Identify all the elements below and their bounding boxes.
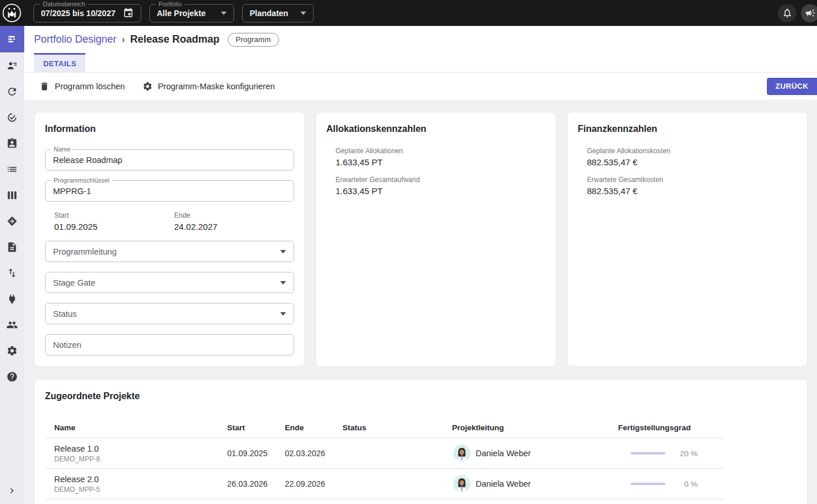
delete-program-button[interactable]: Programm löschen [39, 81, 125, 92]
project-lead-name: Daniela Weber [476, 449, 531, 458]
project-name[interactable]: Release 2.0 [54, 475, 227, 484]
name-field-value: Release Roadmap [53, 156, 122, 165]
project-key: DEMO_MPP-8 [54, 455, 227, 463]
tab-details[interactable]: DETAILS [34, 53, 85, 72]
metric-planned-allocation-costs: Geplante Allokationskosten 882.535,47 € [587, 147, 797, 167]
notes-placeholder: Notizen [53, 340, 286, 350]
content-area: Information Name Release Roadmap Program… [24, 100, 817, 504]
date-range-value: 07/2025 bis 10/2027 [41, 9, 118, 18]
metric-value: 1.633,45 PT [336, 186, 545, 196]
sidebar-item-reports[interactable] [0, 234, 24, 260]
sidebar-item-sync[interactable] [0, 78, 24, 104]
program-lead-select[interactable]: Programmleitung [45, 241, 294, 262]
stage-gate-placeholder: Stage Gate [53, 278, 280, 287]
sidebar-item-users[interactable] [0, 312, 24, 338]
progress-percent: 20 % [672, 449, 698, 458]
progress-bar [631, 452, 665, 454]
project-start: 26.03.2026 [227, 479, 285, 488]
avatar [453, 445, 470, 462]
sidebar-item-resource-assignment[interactable] [0, 52, 24, 78]
assigned-projects-card: Zugeordnete Projekte Name Start Ende Sta… [34, 379, 808, 504]
chevron-down-icon [280, 250, 286, 253]
metric-label: Geplante Allokationskosten [587, 147, 797, 155]
chevron-down-icon [221, 12, 227, 15]
name-field-label: Name [51, 146, 73, 153]
project-key: DEMO_MPP-5 [54, 486, 227, 494]
breadcrumb-separator-icon: › [122, 34, 125, 46]
date-range-field[interactable]: Datumsbereich 07/2025 bis 10/2027 [33, 4, 141, 22]
avatar [453, 475, 470, 492]
report-document-icon [6, 241, 18, 253]
tab-bar: DETAILS [24, 53, 817, 72]
status-select[interactable]: Status [45, 303, 294, 324]
metric-planned-allocations: Geplante Allokationen 1.633,45 PT [336, 147, 545, 167]
information-card: Information Name Release Roadmap Program… [34, 112, 305, 367]
breadcrumb-portfolio-designer[interactable]: Portfolio Designer [34, 33, 116, 46]
name-field[interactable]: Name Release Roadmap [45, 149, 294, 170]
program-dates: Start 01.09.2025 Ende 24.02.2027 [45, 211, 294, 232]
project-name[interactable]: Release 1.0 [54, 444, 227, 453]
sidebar-item-badge[interactable] [0, 130, 24, 156]
metric-label: Erwarteter Gesamtaufwand [336, 176, 545, 184]
page-title: Release Roadmap [130, 33, 220, 46]
sidebar-item-import-export[interactable] [0, 260, 24, 286]
information-card-title: Information [45, 124, 294, 134]
trash-icon [39, 81, 50, 92]
projects-table: Name Start Ende Status Projektleitung Fe… [45, 418, 724, 499]
program-key-field[interactable]: Programmschlüssel MPPRG-1 [45, 180, 294, 202]
portfolio-value: Alle Projekte [157, 9, 216, 18]
sidebar-item-portfolio-designer[interactable] [0, 26, 24, 52]
sidebar-item-board[interactable] [0, 182, 24, 208]
project-end: 22.09.2026 [285, 479, 342, 488]
metric-label: Erwartete Gesamtkosten [587, 176, 797, 184]
top-app-bar: Datumsbereich 07/2025 bis 10/2027 Portfo… [0, 0, 817, 26]
sidebar-item-integrations[interactable] [0, 286, 24, 312]
back-button[interactable]: ZURÜCK [767, 78, 817, 95]
goals-target-check-icon [6, 112, 18, 123]
plan-data-value: Plandaten [250, 9, 296, 18]
plan-data-select[interactable]: Plandaten [242, 4, 314, 22]
sidebar-item-goals[interactable] [0, 104, 24, 130]
program-key-value: MPPRG-1 [53, 187, 91, 196]
table-row-release-2[interactable]: Release 2.0 DEMO_MPP-5 26.03.2026 22.09.… [45, 469, 724, 499]
metric-value: 882.535,47 € [587, 157, 797, 167]
settings-gear-icon [6, 345, 18, 357]
finance-metrics-card: Finanzkennzahlen Geplante Allokationskos… [567, 112, 808, 367]
portfolio-select[interactable]: Portfolio Alle Projekte [149, 4, 234, 22]
left-navigation-rail [0, 26, 24, 504]
end-value: 24.02.2027 [174, 222, 294, 232]
end-label: Ende [174, 211, 294, 219]
sidebar-expand-button[interactable] [0, 481, 24, 501]
program-type-badge: Programm [228, 33, 279, 47]
metric-expected-total-costs: Erwartete Gesamtkosten 882.535,47 € [587, 176, 797, 196]
metric-value: 882.535,47 € [587, 186, 797, 196]
meisterplan-logo-icon[interactable] [2, 3, 22, 23]
notes-field[interactable]: Notizen [45, 334, 294, 355]
sidebar-item-help[interactable] [0, 363, 24, 389]
start-value: 01.09.2025 [54, 222, 174, 232]
help-icon [6, 371, 18, 382]
sidebar-item-settings[interactable] [0, 338, 24, 363]
sidebar-item-milestones[interactable] [0, 208, 24, 234]
breadcrumb: Portfolio Designer › Release Roadmap Pro… [24, 26, 817, 53]
chevron-down-icon [300, 12, 306, 15]
sidebar-item-list[interactable] [0, 156, 24, 182]
date-range-label: Datumsbereich [40, 1, 88, 7]
project-lead-name: Daniela Weber [476, 479, 531, 488]
table-row-release-1[interactable]: Release 1.0 DEMO_MPP-8 01.09.2025 02.03.… [45, 438, 724, 469]
milestone-diamond-icon [6, 215, 18, 227]
main-area: Portfolio Designer › Release Roadmap Pro… [24, 26, 817, 504]
notifications-button[interactable] [778, 4, 796, 22]
column-header-lead: Projektleitung [452, 423, 618, 432]
summary-cards-row: Information Name Release Roadmap Program… [34, 112, 808, 367]
status-placeholder: Status [53, 309, 280, 319]
finance-card-title: Finanzkennzahlen [578, 124, 797, 134]
stage-gate-select[interactable]: Stage Gate [45, 272, 294, 293]
announcements-megaphone-icon [805, 7, 816, 18]
configure-program-mask-button[interactable]: Programm-Maske konfigurieren [142, 81, 275, 92]
column-header-status: Status [342, 423, 452, 432]
metric-expected-total-effort: Erwarteter Gesamtaufwand 1.633,45 PT [336, 176, 545, 196]
program-key-label: Programmschlüssel [51, 177, 112, 184]
announcements-button[interactable] [801, 4, 817, 22]
column-header-start: Start [227, 423, 285, 432]
